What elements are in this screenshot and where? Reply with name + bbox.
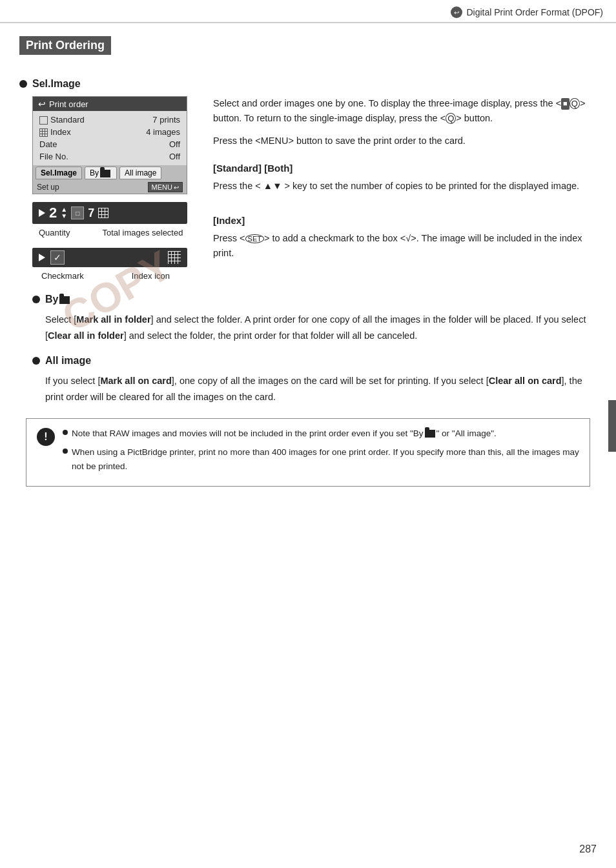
checkmark-label: Checkmark [41,271,84,281]
header-text: Digital Print Order Format (DPOF) [466,7,603,17]
warning-icon: ! [37,428,55,446]
down-arrow: ▼ [61,213,67,219]
index-diagram-labels: Checkmark Index icon [32,271,200,281]
mark-all-card: Mark all on card [100,376,171,386]
tab-all-image[interactable]: All image [119,167,161,179]
print-order-row-standard: Standard 7 prints [33,114,187,126]
note-text-1: Note that RAW images and movies will not… [72,427,497,441]
index-cell: Index [39,127,71,137]
print-order-header-label: Print order [49,99,88,109]
bullet-dot-sel-image [19,80,27,88]
note-box: ! Note that RAW images and movies will n… [26,418,590,487]
all-image-text: If you select [Mark all on card], one co… [45,373,597,405]
print-order-box: ↩ Print order Standard 7 prints Index [32,96,187,194]
print-order-footer: Sel.Image By All image [33,165,187,181]
grid-display-icon [98,208,108,218]
by-folder-bullet: By [32,294,597,305]
checkmark-box: ✓ [50,250,65,265]
bullet-dot-all [32,357,40,365]
all-image-label: All image [45,355,91,367]
quantity-number: 2 [49,205,57,221]
index-play-icon [39,254,45,261]
sel-image-left: ↩ Print order Standard 7 prints Index [32,96,200,281]
page-number: 287 [579,843,597,855]
play-icon [39,209,45,217]
diagram-labels: Quantity Total images selected [32,228,200,237]
total-label: Total images selected [102,228,183,237]
tab-sel-image[interactable]: Sel.Image [36,167,82,179]
total-number: 7 [88,207,94,220]
tab-by-folder[interactable]: By [85,167,117,179]
print-order-row-fileno: File No. Off [33,150,187,163]
index-icon-label: Index icon [132,271,170,281]
index-value: 4 images [146,127,180,137]
print-order-row-date: Date Off [33,138,187,150]
up-down-arrows: ▲ ▼ [61,207,67,219]
image-icon-box: □ [71,207,84,219]
standard-checkbox [39,116,48,125]
set-button-icon: SET [245,234,264,243]
section-title: Print Ordering [19,36,111,55]
index-grid-icon [39,128,48,137]
folder-icon-by [59,296,70,304]
quantity-display-bar: 2 ▲ ▼ □ 7 [32,202,187,224]
bullet-dot-by [32,296,40,303]
index-grid-icon-bar [168,251,181,264]
dpof-icon: ↩ [451,6,462,18]
folder-icon-note [425,430,435,438]
menu-arrow-icon: ↩ [174,184,179,191]
clear-all-card: Clear all on card [489,376,562,386]
by-label: By [45,294,71,305]
setup-label: Set up [37,183,59,192]
index-display-bar: ✓ [32,248,187,267]
note-text-2: When using a PictBridge printer, print n… [72,445,579,473]
header-title: ↩ Digital Print Order Format (DPOF) [451,6,603,18]
standard-both-subsection: [Standard] [Both] Press the < ▲▼ > key t… [213,161,597,194]
note-bullet-dot-2 [63,449,68,454]
fileno-cell: File No. [39,152,68,161]
clear-all-folder: Clear all in folder [48,330,124,341]
page-header: ↩ Digital Print Order Format (DPOF) [0,0,616,23]
all-image-section: All image If you select [Mark all on car… [32,355,597,405]
sel-image-label: Sel.Image [32,78,81,90]
note-bullet-dot-1 [63,430,68,435]
fileno-value: Off [169,152,180,161]
sel-image-bullet: Sel.Image [19,78,597,90]
standard-cell: Standard [39,115,85,125]
menu-button[interactable]: MENU ↩ [148,182,183,192]
print-order-row-index: Index 4 images [33,126,187,138]
index-subsection: [Index] Press <SET> to add a checkmark t… [213,213,597,261]
standard-value: 7 prints [152,115,180,125]
note-bullet-2: When using a PictBridge printer, print n… [63,445,579,473]
all-image-bullet: All image [32,355,597,367]
sel-image-description: Select and order images one by one. To d… [213,96,597,126]
folder-tab-icon [100,170,110,177]
grid-button-icon: ■ [561,98,570,110]
standard-both-text: Press the < ▲▼ > key to set the number o… [213,179,597,194]
sel-image-section: ↩ Print order Standard 7 prints Index [32,96,597,281]
date-value: Off [169,139,180,149]
standard-both-title: [Standard] [Both] [213,161,597,176]
mark-all-folder: Mark all in folder [76,314,150,325]
date-cell: Date [39,139,57,149]
index-text: Press <SET> to add a checkmark to the bo… [213,231,597,261]
note-bullet-1: Note that RAW images and movies will not… [63,427,579,441]
menu-label: MENU [152,183,172,191]
magnify-button-icon: Q [570,98,580,109]
main-content: Print Ordering Sel.Image ↩ Print order S… [0,23,616,506]
print-order-header: ↩ Print order [33,97,187,111]
sel-image-menu-note: Press the <MENU> button to save the prin… [213,134,597,148]
quantity-label: Quantity [39,228,70,237]
sidebar-accent-bar [608,400,616,452]
print-order-body: Standard 7 prints Index 4 images Date Of… [33,111,187,165]
magnify-button-icon-2: Q [446,113,456,124]
by-folder-text: Select [Mark all in folder] and select t… [45,312,597,343]
note-content: Note that RAW images and movies will not… [63,427,579,479]
by-folder-section: By Select [Mark all in folder] and selec… [32,294,597,343]
index-title: [Index] [213,213,597,228]
sel-image-right: Select and order images one by one. To d… [213,96,597,281]
